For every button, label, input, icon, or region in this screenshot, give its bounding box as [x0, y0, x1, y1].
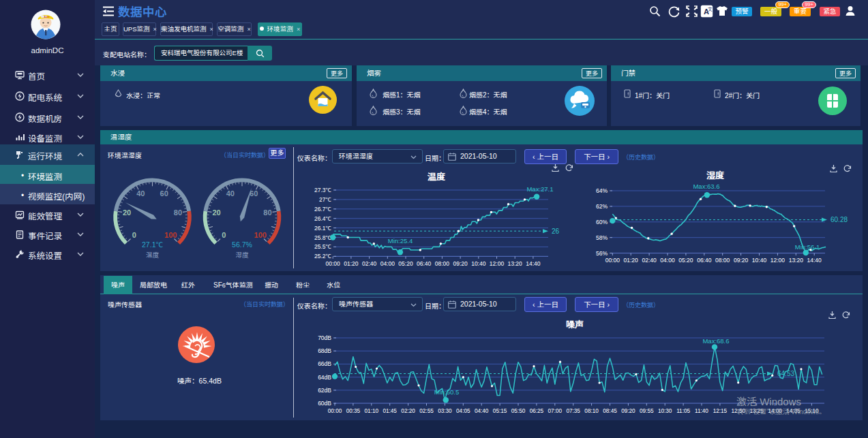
svg-text:62dB: 62dB: [318, 387, 331, 394]
svg-text:05:20: 05:20: [398, 260, 413, 267]
svg-text:09:55: 09:55: [640, 408, 654, 414]
svg-text:27℃: 27℃: [319, 196, 331, 203]
svg-text:08:00: 08:00: [435, 260, 450, 267]
svg-text:40: 40: [226, 189, 235, 198]
svg-text:58%: 58%: [596, 234, 608, 241]
svg-text:20: 20: [212, 208, 220, 217]
svg-text:04:00: 04:00: [660, 257, 675, 264]
svg-text:Min:56.1: Min:56.1: [795, 243, 820, 251]
svg-text:10:40: 10:40: [471, 260, 486, 267]
svg-text:66dB: 66dB: [318, 360, 331, 367]
svg-text:02:40: 02:40: [362, 260, 377, 267]
svg-text:12:00: 12:00: [490, 260, 505, 267]
svg-text:60%: 60%: [596, 219, 608, 225]
svg-text:13:20: 13:20: [508, 260, 523, 267]
svg-text:05:20: 05:20: [678, 257, 693, 264]
svg-text:56.7%: 56.7%: [232, 240, 252, 249]
svg-text:05:50: 05:50: [511, 408, 526, 414]
svg-text:40: 40: [136, 189, 145, 198]
svg-text:08:10: 08:10: [584, 408, 599, 414]
svg-text:10:30: 10:30: [658, 408, 672, 414]
svg-text:64%: 64%: [596, 187, 608, 194]
svg-text:01:20: 01:20: [344, 260, 359, 267]
svg-text:02:55: 02:55: [419, 408, 434, 414]
svg-text:27.1℃: 27.1℃: [142, 240, 163, 249]
svg-text:04:05: 04:05: [456, 408, 470, 414]
svg-text:07:35: 07:35: [566, 408, 580, 414]
svg-text:04:40: 04:40: [475, 408, 489, 414]
svg-text:09:20: 09:20: [621, 408, 635, 414]
svg-text:01:10: 01:10: [365, 408, 379, 414]
svg-text:64dB: 64dB: [318, 374, 331, 381]
svg-text:26.1℃: 26.1℃: [314, 225, 332, 232]
svg-text:25.8℃: 25.8℃: [314, 234, 332, 241]
svg-text:02:20: 02:20: [401, 408, 415, 414]
svg-text:Min:60.5: Min:60.5: [434, 388, 459, 396]
svg-text:12:15: 12:15: [713, 408, 728, 414]
svg-text:温度: 温度: [146, 251, 160, 259]
svg-text:60.28: 60.28: [830, 216, 848, 223]
svg-text:25.5℃: 25.5℃: [314, 243, 332, 250]
svg-text:70dB: 70dB: [318, 334, 331, 341]
svg-text:08:00: 08:00: [715, 257, 730, 264]
svg-text:26.7℃: 26.7℃: [314, 206, 332, 213]
svg-text:09:20: 09:20: [734, 257, 749, 264]
svg-text:06:40: 06:40: [417, 260, 432, 267]
svg-text:01:45: 01:45: [383, 408, 397, 414]
svg-text:0: 0: [132, 231, 136, 239]
svg-text:07:00: 07:00: [548, 408, 563, 414]
svg-text:02:40: 02:40: [642, 257, 657, 264]
svg-text:05:15: 05:15: [493, 408, 507, 414]
svg-text:04:00: 04:00: [380, 260, 395, 267]
svg-text:62%: 62%: [596, 203, 608, 210]
svg-text:06:40: 06:40: [697, 257, 712, 264]
svg-text:08:45: 08:45: [603, 408, 617, 414]
svg-text:湿度: 湿度: [235, 251, 249, 259]
svg-text:11:40: 11:40: [695, 408, 708, 414]
svg-text:26.4℃: 26.4℃: [314, 215, 332, 222]
svg-text:80: 80: [174, 208, 182, 217]
svg-text:Min:25.4: Min:25.4: [388, 237, 413, 245]
svg-text:25.2℃: 25.2℃: [314, 253, 332, 260]
svg-text:06:25: 06:25: [530, 408, 544, 414]
svg-text:09:20: 09:20: [453, 260, 468, 267]
svg-text:27.3℃: 27.3℃: [314, 187, 332, 193]
svg-text:100: 100: [164, 231, 177, 239]
svg-text:10:40: 10:40: [752, 257, 767, 264]
svg-text:00:00: 00:00: [328, 408, 342, 414]
svg-text:100: 100: [254, 231, 267, 239]
svg-text:60dB: 60dB: [318, 400, 331, 407]
svg-text:26: 26: [552, 228, 560, 235]
svg-text:13:20: 13:20: [789, 257, 804, 264]
svg-text:11:05: 11:05: [676, 408, 690, 414]
svg-text:14:40: 14:40: [526, 260, 541, 267]
svg-text:01:20: 01:20: [624, 257, 639, 264]
svg-text:20: 20: [123, 208, 131, 217]
svg-text:80: 80: [263, 208, 271, 217]
svg-text:Max:27.1: Max:27.1: [526, 185, 553, 193]
svg-text:00:35: 00:35: [346, 408, 361, 414]
svg-text:12:00: 12:00: [770, 257, 785, 264]
svg-text:00:00: 00:00: [605, 257, 620, 264]
svg-text:Max:63.6: Max:63.6: [693, 183, 719, 190]
svg-text:0: 0: [222, 231, 226, 239]
svg-text:14:40: 14:40: [807, 257, 822, 264]
svg-text:56%: 56%: [596, 250, 608, 257]
svg-text:60: 60: [160, 189, 168, 198]
svg-text:03:30: 03:30: [438, 408, 452, 414]
svg-text:00:00: 00:00: [326, 260, 341, 267]
svg-text:Max:68.6: Max:68.6: [702, 337, 729, 345]
svg-text:68dB: 68dB: [318, 347, 331, 354]
